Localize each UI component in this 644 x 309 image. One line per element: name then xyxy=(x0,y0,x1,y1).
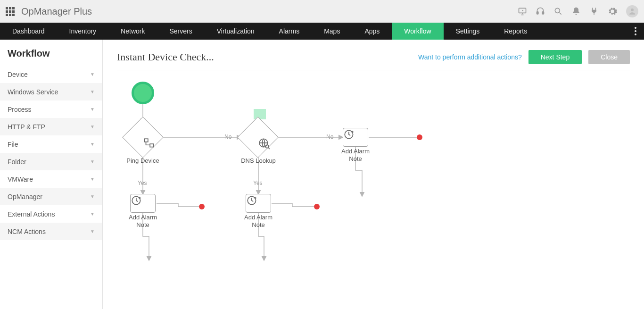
nav-network[interactable]: Network xyxy=(108,23,157,40)
category-label: VMWare xyxy=(8,175,33,183)
drop-target-highlight xyxy=(254,109,266,119)
app-title: OpManager Plus xyxy=(21,6,92,17)
nav-dashboard[interactable]: Dashboard xyxy=(0,23,57,40)
category-label: HTTP & FTP xyxy=(8,123,45,131)
nav-maps[interactable]: Maps xyxy=(312,23,352,40)
app-header: OpManager Plus xyxy=(0,0,644,23)
category-label: Device xyxy=(8,71,28,78)
category-label: Process xyxy=(8,106,32,113)
category-ncm-actions[interactable]: NCM Actions▼ xyxy=(0,223,102,240)
search-icon[interactable] xyxy=(553,7,563,16)
plug-icon[interactable] xyxy=(589,7,599,16)
category-opmanager[interactable]: OpManager▼ xyxy=(0,188,102,205)
chevron-down-icon: ▼ xyxy=(90,89,95,94)
node-label: Add Alarm Note xyxy=(124,214,162,229)
node-label: Ping Device xyxy=(124,157,162,165)
additional-actions-link[interactable]: Want to perform additional actions? xyxy=(418,53,522,61)
chevron-down-icon: ▼ xyxy=(90,194,95,199)
clock-plus-icon xyxy=(246,194,258,207)
edge-no: No xyxy=(326,134,333,140)
chevron-down-icon: ▼ xyxy=(90,176,95,182)
clock-plus-icon xyxy=(343,128,355,141)
nav-virtualization[interactable]: Virtualization xyxy=(205,23,267,40)
svg-rect-1 xyxy=(537,12,538,14)
chevron-down-icon: ▼ xyxy=(90,159,95,164)
svg-rect-6 xyxy=(150,144,154,147)
nav-more-icon[interactable] xyxy=(627,23,644,40)
end-node[interactable] xyxy=(314,204,320,209)
svg-rect-2 xyxy=(542,12,544,14)
category-vmware[interactable]: VMWare▼ xyxy=(0,170,102,188)
category-label: External Actions xyxy=(8,210,55,218)
edge-yes: Yes xyxy=(138,180,147,186)
app-launcher-icon[interactable] xyxy=(6,7,15,16)
nav-apps[interactable]: Apps xyxy=(352,23,392,40)
category-label: File xyxy=(8,141,18,148)
end-node[interactable] xyxy=(199,204,205,209)
chevron-down-icon: ▼ xyxy=(90,142,95,147)
node-label: Add Alarm Note xyxy=(337,148,374,163)
svg-rect-5 xyxy=(144,139,148,142)
end-node[interactable] xyxy=(417,134,422,140)
nav-inventory[interactable]: Inventory xyxy=(57,23,109,40)
main-nav: Dashboard Inventory Network Servers Virt… xyxy=(0,23,644,40)
node-label: DNS Lookup xyxy=(239,157,277,165)
svg-point-3 xyxy=(555,8,560,13)
chevron-down-icon: ▼ xyxy=(90,72,95,77)
edge-no: No xyxy=(224,134,231,140)
next-step-button[interactable]: Next Step xyxy=(528,50,582,64)
presentation-icon[interactable] xyxy=(518,7,527,16)
workflow-canvas[interactable]: Ping Device No Yes DNS Lookup No Yes Add… xyxy=(117,77,630,303)
action-add-alarm-note[interactable] xyxy=(130,194,156,213)
user-avatar[interactable] xyxy=(626,5,638,17)
clock-plus-icon xyxy=(131,194,143,207)
nav-reports[interactable]: Reports xyxy=(492,23,539,40)
nav-workflow[interactable]: Workflow xyxy=(392,23,443,40)
category-external-actions[interactable]: External Actions▼ xyxy=(0,205,102,223)
category-label: OpManager xyxy=(8,193,42,200)
page-title: Instant Device Check... xyxy=(117,51,214,63)
category-label: Folder xyxy=(8,158,26,166)
sidebar-title: Workflow xyxy=(0,40,102,66)
workflow-sidebar: Workflow Device▼ Windows Service▼ Proces… xyxy=(0,40,103,309)
action-add-alarm-note[interactable] xyxy=(343,128,368,147)
category-device[interactable]: Device▼ xyxy=(0,66,102,83)
chevron-down-icon: ▼ xyxy=(90,107,95,112)
category-file[interactable]: File▼ xyxy=(0,135,102,153)
chevron-down-icon: ▼ xyxy=(90,124,95,129)
category-http-ftp[interactable]: HTTP & FTP▼ xyxy=(0,118,102,135)
gear-icon[interactable] xyxy=(607,6,618,17)
bell-icon[interactable] xyxy=(571,7,581,16)
category-label: NCM Actions xyxy=(8,228,46,235)
headset-icon[interactable] xyxy=(536,7,545,16)
nav-settings[interactable]: Settings xyxy=(444,23,492,40)
start-node[interactable] xyxy=(132,82,154,104)
category-windows-service[interactable]: Windows Service▼ xyxy=(0,83,102,100)
category-process[interactable]: Process▼ xyxy=(0,100,102,118)
header-actions xyxy=(518,5,638,17)
nav-alarms[interactable]: Alarms xyxy=(267,23,312,40)
node-label: Add Alarm Note xyxy=(239,214,277,229)
chevron-down-icon: ▼ xyxy=(90,229,95,234)
chevron-down-icon: ▼ xyxy=(90,211,95,217)
edge-yes: Yes xyxy=(253,180,263,186)
workflow-editor: Instant Device Check... Want to perform … xyxy=(103,40,644,309)
category-folder[interactable]: Folder▼ xyxy=(0,153,102,170)
svg-point-4 xyxy=(631,8,634,11)
close-button[interactable]: Close xyxy=(588,50,630,64)
action-add-alarm-note[interactable] xyxy=(246,194,271,213)
nav-servers[interactable]: Servers xyxy=(157,23,204,40)
category-label: Windows Service xyxy=(8,88,58,96)
